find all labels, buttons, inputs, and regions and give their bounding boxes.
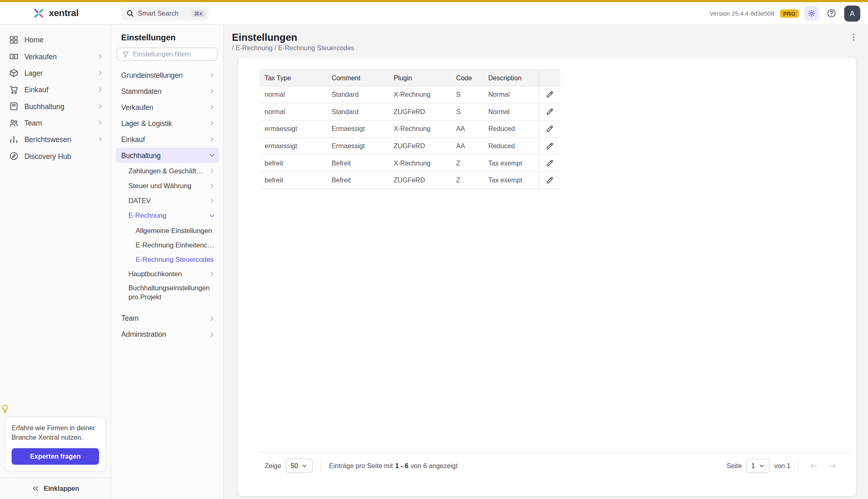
chevron-down-icon [758, 462, 765, 469]
table-cell: Z [451, 172, 483, 189]
sidebar-item-berichtswesen[interactable]: Berichtswesen [0, 131, 111, 147]
settings-nav-item-grundeinstellungen[interactable]: Grundeinstellungen [116, 68, 219, 83]
chevron-right-icon [96, 119, 104, 127]
settings-nav-item-label: Verkaufen [121, 103, 153, 112]
brand-wordmark: xentral [49, 8, 78, 19]
table-cell: ZUGFeRD [388, 138, 451, 155]
sidebar-item-verkaufen[interactable]: Verkaufen [0, 48, 111, 65]
edit-row-button[interactable] [542, 156, 557, 170]
table-cell: Reduced [483, 138, 539, 155]
lightbulb-icon [0, 404, 10, 414]
page-select[interactable]: 1 [746, 459, 770, 473]
next-page-button[interactable] [826, 459, 840, 473]
settings-filter-input[interactable] [133, 50, 213, 58]
table-cell: S [451, 86, 483, 103]
sidebar-item-buchhaltung[interactable]: Buchhaltung [0, 98, 111, 114]
sidebar-item-home[interactable]: Home [0, 32, 111, 48]
settings-nav-item-e-rechnung-einheitencodes[interactable]: E-Rechnung Einheitencodes [116, 238, 219, 252]
edit-pencil-icon [545, 176, 554, 185]
settings-nav-title: Einstellungen [121, 33, 218, 42]
table-cell: Normal [483, 103, 539, 121]
edit-row-button[interactable] [542, 88, 557, 101]
help-button[interactable] [824, 6, 839, 21]
settings-nav-item-lager-logistik[interactable]: Lager & Logistik [116, 116, 219, 131]
content-card: Tax TypeCommentPluginCodeDescription nor… [237, 57, 857, 497]
settings-nav-item-team[interactable]: Team [116, 311, 219, 326]
help-icon [826, 8, 836, 18]
table-cell: AA [451, 138, 483, 155]
edit-row-button[interactable] [542, 174, 557, 187]
sidebar-item-einkauf[interactable]: Einkauf [0, 82, 111, 98]
ask-experts-button[interactable]: Experten fragen [12, 448, 99, 464]
table-cell: Standard [326, 86, 388, 103]
table-cell-actions [538, 172, 560, 189]
edit-pencil-icon [545, 90, 554, 99]
sidebar-item-team[interactable]: Team [0, 114, 111, 131]
sidebar-item-label: Discovery Hub [24, 152, 71, 160]
version-label: Version 25.4.4-8d3e508 [710, 10, 774, 16]
page-menu-button[interactable] [847, 30, 860, 44]
edit-pencil-icon [545, 159, 554, 168]
sidebar-item-discovery-hub[interactable]: Discovery Hub [0, 148, 111, 164]
table-cell: Normal [483, 86, 539, 103]
edit-row-button[interactable] [542, 140, 557, 153]
settings-nav-item-label: Buchhaltung [121, 152, 161, 160]
main-nav: HomeVerkaufenLagerEinkaufBuchhaltungTeam… [0, 25, 111, 164]
settings-nav-item-e-rechnung[interactable]: E-Rechnung [116, 209, 219, 223]
column-header-plugin: Plugin [388, 70, 451, 86]
settings-nav-item-hauptbuchkonten[interactable]: Hauptbuchkonten [116, 267, 219, 281]
chevron-right-icon [206, 103, 216, 111]
entries-prefix: Einträge pro Seite mit [329, 462, 393, 470]
table-cell: befreit [259, 172, 326, 189]
search-label: Smart Search [138, 9, 179, 17]
chevron-right-icon [96, 53, 104, 61]
settings-nav-item-allgemeine-einstellungen[interactable]: Allgemeine Einstellungen [116, 224, 219, 238]
settings-nav-item-label: Hauptbuchkonten [129, 270, 182, 278]
page-value: 1 [751, 462, 755, 470]
table-row: ermaessigtErmaessigtX-RechnungAAReduced [259, 120, 560, 138]
settings-button[interactable] [804, 6, 819, 21]
plan-badge: PRO [780, 9, 799, 17]
settings-nav-item-verkaufen[interactable]: Verkaufen [116, 100, 219, 115]
collapse-sidebar-button[interactable]: Einklappen [28, 484, 83, 493]
footer-divider [798, 461, 799, 471]
settings-nav-item-zahlungen-gesch-ftskonten[interactable]: Zahlungen & Geschäftskonten [116, 164, 219, 178]
chevron-down-icon [302, 462, 308, 469]
avatar[interactable]: A [844, 5, 860, 21]
settings-nav-item-e-rechnung-steuercodes[interactable]: E-Rechnung Steuercodes [116, 252, 219, 266]
settings-nav-item-einkauf[interactable]: Einkauf [116, 132, 219, 147]
prev-page-button[interactable] [807, 459, 821, 473]
edit-row-button[interactable] [542, 122, 557, 135]
page-size-select[interactable]: 50 [285, 459, 313, 473]
settings-nav-item-label: E-Rechnung Steuercodes [136, 255, 213, 263]
search-shortcut-badge: ⌘K [192, 10, 205, 17]
sales-icon [9, 51, 19, 61]
collapse-row: Einklappen [0, 478, 111, 499]
settings-nav-item-datev[interactable]: DATEV [116, 194, 219, 208]
settings-nav-item-label: Einkauf [121, 135, 145, 144]
sidebar-item-lager[interactable]: Lager [0, 65, 111, 81]
brand-home-link[interactable]: xentral [0, 7, 111, 19]
entries-info: Einträge pro Seite mit 1 - 6 von 6 angez… [329, 462, 458, 470]
settings-nav-item-administration[interactable]: Administration [116, 326, 219, 342]
table-cell: Tax exempt [483, 155, 539, 172]
settings-nav-item-steuer-und-w-hrung[interactable]: Steuer und Währung [116, 179, 219, 193]
column-header-code: Code [451, 70, 483, 86]
settings-nav-item-label: Allgemeine Einstellungen [136, 226, 212, 234]
settings-filter[interactable] [117, 48, 218, 61]
edit-row-button[interactable] [542, 105, 557, 118]
settings-nav-item-buchhaltung[interactable]: Buchhaltung [116, 148, 219, 163]
table-cell: normal [259, 86, 326, 103]
table-cell: X-Rechnung [388, 120, 451, 138]
chevron-right-icon [206, 135, 216, 143]
settings-nav-item-stammdaten[interactable]: Stammdaten [116, 84, 219, 99]
settings-nav-item-buchhaltungseinstellungen-pro-projekt[interactable]: Buchhaltungseinstellungen pro Projekt [116, 282, 219, 304]
reports-icon [9, 135, 19, 145]
entries-suffix: von 6 angezeigt [411, 462, 458, 470]
table-cell-actions [538, 120, 560, 138]
settings-nav-item-label: Lager & Logistik [121, 119, 172, 128]
page-title: Einstellungen [232, 32, 859, 43]
gear-icon [807, 9, 816, 18]
table-cell: Standard [326, 103, 388, 121]
smart-search[interactable]: Smart Search ⌘K [121, 6, 208, 20]
